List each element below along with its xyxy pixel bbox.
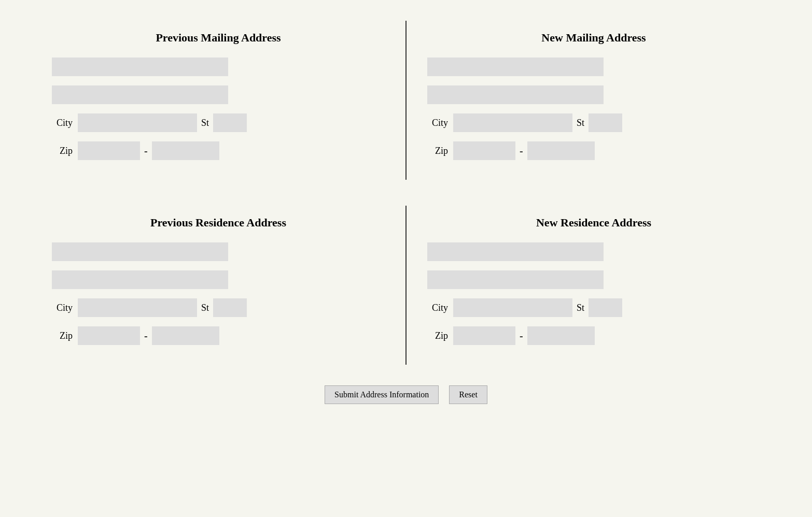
new-mailing-address1-row	[427, 58, 760, 76]
prev-mailing-zip2-input[interactable]	[152, 141, 219, 160]
new-residence-city-row: City St	[427, 298, 760, 317]
new-mailing-st-label: St	[577, 118, 584, 128]
new-mailing-state-input[interactable]	[589, 113, 622, 132]
new-residence-address2-row	[427, 270, 760, 289]
prev-mailing-zip-label: Zip	[52, 146, 73, 156]
reset-button[interactable]: Reset	[449, 385, 487, 404]
new-residence-zip-label: Zip	[427, 331, 448, 341]
prev-mailing-state-input[interactable]	[213, 113, 247, 132]
prev-residence-st-label: St	[201, 303, 209, 313]
prev-mailing-section: Previous Mailing Address City St Zip -	[31, 21, 405, 180]
prev-residence-city-row: City St	[52, 298, 385, 317]
bottom-row: Previous Residence Address City St Zip -	[31, 206, 781, 365]
prev-residence-address2-row	[52, 270, 385, 289]
new-mailing-zip1-input[interactable]	[453, 141, 515, 160]
new-residence-dash: -	[520, 330, 523, 342]
page-container: Previous Mailing Address City St Zip -	[10, 10, 802, 414]
prev-residence-zip2-input[interactable]	[152, 326, 219, 345]
prev-mailing-dash: -	[144, 145, 148, 157]
new-mailing-address1-input[interactable]	[427, 58, 604, 76]
prev-mailing-city-label: City	[52, 118, 73, 128]
new-mailing-title: New Mailing Address	[427, 31, 760, 45]
prev-residence-city-input[interactable]	[78, 298, 197, 317]
new-mailing-address2-row	[427, 85, 760, 104]
new-residence-zip1-input[interactable]	[453, 326, 515, 345]
prev-mailing-zip1-input[interactable]	[78, 141, 140, 160]
prev-mailing-address1-row	[52, 58, 385, 76]
prev-mailing-title: Previous Mailing Address	[52, 31, 385, 45]
prev-residence-title: Previous Residence Address	[52, 216, 385, 229]
new-residence-zip2-input[interactable]	[527, 326, 595, 345]
new-residence-address1-input[interactable]	[427, 242, 604, 261]
new-residence-st-label: St	[577, 303, 584, 313]
prev-residence-address1-input[interactable]	[52, 242, 228, 261]
prev-mailing-city-row: City St	[52, 113, 385, 132]
submit-button[interactable]: Submit Address Information	[325, 385, 439, 404]
submit-row: Submit Address Information Reset	[31, 385, 781, 404]
new-mailing-zip-label: Zip	[427, 146, 448, 156]
prev-residence-section: Previous Residence Address City St Zip -	[31, 206, 405, 365]
new-mailing-zip-row: Zip -	[427, 141, 760, 160]
prev-residence-address2-input[interactable]	[52, 270, 228, 289]
new-residence-section: New Residence Address City St Zip -	[405, 206, 781, 365]
new-residence-zip-row: Zip -	[427, 326, 760, 345]
new-mailing-address2-input[interactable]	[427, 85, 604, 104]
new-mailing-dash: -	[520, 145, 523, 157]
prev-mailing-city-input[interactable]	[78, 113, 197, 132]
prev-mailing-address2-input[interactable]	[52, 85, 228, 104]
prev-mailing-address2-row	[52, 85, 385, 104]
new-mailing-zip2-input[interactable]	[527, 141, 595, 160]
new-residence-city-input[interactable]	[453, 298, 572, 317]
new-residence-state-input[interactable]	[589, 298, 622, 317]
prev-residence-city-label: City	[52, 303, 73, 313]
prev-residence-zip-row: Zip -	[52, 326, 385, 345]
prev-residence-dash: -	[144, 330, 148, 342]
new-mailing-city-row: City St	[427, 113, 760, 132]
prev-mailing-zip-row: Zip -	[52, 141, 385, 160]
top-row: Previous Mailing Address City St Zip -	[31, 21, 781, 180]
prev-residence-address1-row	[52, 242, 385, 261]
new-residence-city-label: City	[427, 303, 448, 313]
prev-residence-zip-label: Zip	[52, 331, 73, 341]
new-mailing-city-input[interactable]	[453, 113, 572, 132]
new-residence-title: New Residence Address	[427, 216, 760, 229]
prev-mailing-address1-input[interactable]	[52, 58, 228, 76]
new-residence-address1-row	[427, 242, 760, 261]
prev-residence-state-input[interactable]	[213, 298, 247, 317]
new-mailing-city-label: City	[427, 118, 448, 128]
prev-mailing-st-label: St	[201, 118, 209, 128]
new-residence-address2-input[interactable]	[427, 270, 604, 289]
new-mailing-section: New Mailing Address City St Zip -	[405, 21, 781, 180]
prev-residence-zip1-input[interactable]	[78, 326, 140, 345]
